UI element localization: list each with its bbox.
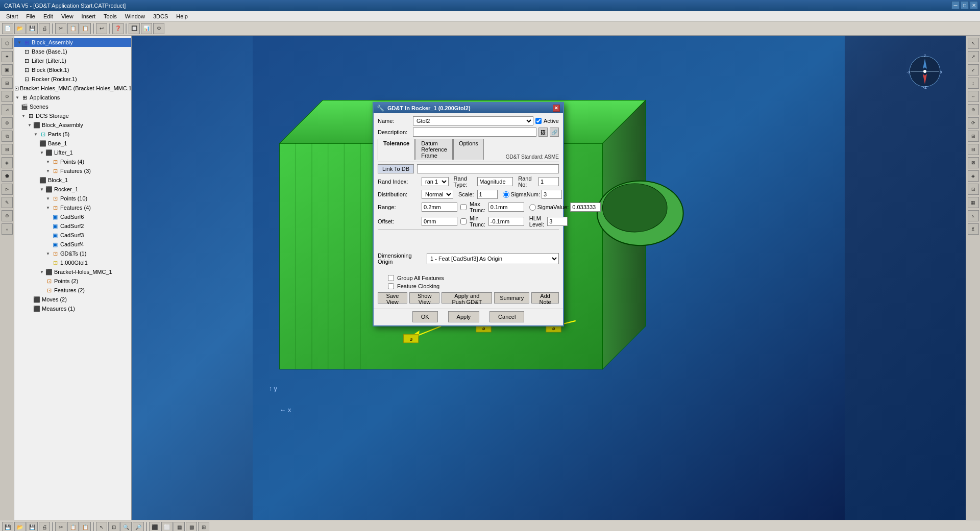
tree-item-gtol2[interactable]: ⊡ 1.000Gtol1 bbox=[14, 258, 131, 267]
tree-item-points10[interactable]: ▼ ⊡ Points (10) bbox=[14, 194, 131, 203]
expander-points10[interactable]: ▼ bbox=[45, 195, 51, 201]
tab-tolerance[interactable]: Tolerance bbox=[378, 139, 415, 160]
right-sidebar-icon-5[interactable]: ↔ bbox=[968, 91, 979, 102]
apply-button[interactable]: Apply bbox=[448, 311, 480, 322]
dialog-close-button[interactable]: ✕ bbox=[553, 105, 560, 112]
tree-item-cadsurf6[interactable]: ▣ CadSurf6 bbox=[14, 212, 131, 221]
menu-edit[interactable]: Edit bbox=[39, 12, 57, 20]
right-sidebar-icon-4[interactable]: ↕ bbox=[968, 78, 979, 89]
min-trunc-checkbox[interactable] bbox=[460, 218, 467, 224]
expander-features4[interactable]: ▼ bbox=[45, 205, 51, 211]
sidebar-icon-5[interactable]: ⊙ bbox=[2, 91, 13, 102]
expander-parts[interactable]: ▼ bbox=[33, 131, 39, 137]
rand-index-select[interactable]: ran 1 bbox=[422, 177, 449, 186]
bottom-btn-3[interactable]: 💾 bbox=[27, 522, 38, 532]
tree-item-cadsurf3[interactable]: ▣ CadSurf3 bbox=[14, 231, 131, 240]
max-trunc-checkbox[interactable] bbox=[460, 204, 467, 210]
expander-features3[interactable]: ▼ bbox=[45, 168, 51, 174]
expander-dcs-storage[interactable]: ▼ bbox=[20, 113, 27, 119]
bottom-btn-6[interactable]: 📋 bbox=[67, 522, 79, 532]
toolbar-new[interactable]: 📄 bbox=[2, 23, 13, 34]
bottom-btn-render3[interactable]: ▦ bbox=[174, 522, 185, 532]
rand-no-input[interactable] bbox=[538, 177, 559, 186]
right-sidebar-icon-2[interactable]: ↗ bbox=[968, 51, 979, 62]
menu-start[interactable]: Start bbox=[2, 12, 22, 20]
sigma-value-radio[interactable] bbox=[529, 204, 536, 211]
sidebar-icon-7[interactable]: ⊕ bbox=[2, 117, 13, 129]
maximize-button[interactable]: □ bbox=[961, 1, 969, 9]
toolbar-open[interactable]: 📂 bbox=[14, 23, 26, 34]
toolbar-paste[interactable]: 📋 bbox=[80, 23, 91, 34]
sidebar-icon-14[interactable]: ⊕ bbox=[2, 210, 13, 221]
offset-input[interactable] bbox=[422, 217, 457, 226]
tree-item-features4[interactable]: ▼ ⊡ Features (4) bbox=[14, 203, 131, 212]
sidebar-icon-3[interactable]: ▣ bbox=[2, 64, 13, 75]
menu-file[interactable]: File bbox=[22, 12, 39, 20]
tree-item-rocker1[interactable]: ▼ ⬛ Rocker_1 bbox=[14, 185, 131, 194]
tree-item-block1[interactable]: ⬛ Block_1 bbox=[14, 175, 131, 185]
right-sidebar-icon-10[interactable]: ⊠ bbox=[968, 157, 979, 168]
bottom-btn-zoom-fit[interactable]: ⊡ bbox=[108, 522, 119, 532]
toolbar-print[interactable]: 🖨 bbox=[39, 23, 50, 34]
save-view-button[interactable]: Save View bbox=[378, 292, 407, 304]
tree-item-block[interactable]: ⊡ Block (Block.1) bbox=[14, 65, 131, 74]
description-input[interactable] bbox=[413, 128, 536, 137]
apply-push-button[interactable]: Apply and Push GD&T bbox=[442, 292, 492, 304]
right-sidebar-icon-12[interactable]: ⊡ bbox=[968, 184, 979, 195]
max-trunc-input[interactable] bbox=[488, 203, 524, 212]
minimize-button[interactable]: ─ bbox=[951, 1, 960, 9]
ok-button[interactable]: OK bbox=[412, 311, 438, 322]
rand-type-input[interactable] bbox=[477, 177, 513, 186]
sidebar-icon-4[interactable]: ⊞ bbox=[2, 78, 13, 89]
bottom-btn-4[interactable]: 🖨 bbox=[39, 522, 50, 532]
sidebar-icon-12[interactable]: ⊳ bbox=[2, 184, 13, 195]
sigma-num-input[interactable] bbox=[542, 190, 562, 199]
toolbar-undo[interactable]: ↩ bbox=[96, 23, 107, 34]
right-sidebar-icon-13[interactable]: ▦ bbox=[968, 197, 979, 208]
sidebar-icon-15[interactable]: ⬦ bbox=[2, 223, 13, 235]
link-to-db-button[interactable]: Link To DB bbox=[378, 164, 414, 173]
show-view-button[interactable]: Show View bbox=[409, 292, 440, 304]
sidebar-icon-2[interactable]: ✦ bbox=[2, 51, 13, 62]
tree-item-parts[interactable]: ▼ ⊡ Parts (5) bbox=[14, 130, 131, 139]
right-sidebar-icon-6[interactable]: ⊕ bbox=[968, 104, 979, 115]
right-sidebar-icon-15[interactable]: ⊻ bbox=[968, 223, 979, 235]
sidebar-icon-1[interactable]: ⬡ bbox=[2, 38, 13, 49]
sidebar-icon-13[interactable]: ✎ bbox=[2, 197, 13, 208]
link-input[interactable] bbox=[417, 164, 559, 173]
tree-item-points2[interactable]: ⊡ Points (2) bbox=[14, 276, 131, 286]
summary-button[interactable]: Summary bbox=[494, 292, 529, 304]
sidebar-icon-11[interactable]: ⬟ bbox=[2, 170, 13, 182]
name-select[interactable]: Gtol2 bbox=[413, 116, 533, 125]
tree-item-applications[interactable]: ▼ ⊞ Applications bbox=[14, 93, 131, 102]
tree-item-base1[interactable]: ⬛ Base_1 bbox=[14, 139, 131, 148]
toolbar-measure[interactable]: 📊 bbox=[141, 23, 152, 34]
tree-item-measures[interactable]: ⬛ Measures (1) bbox=[14, 304, 131, 313]
desc-icon-btn1[interactable]: 🖼 bbox=[538, 128, 548, 137]
right-sidebar-icon-7[interactable]: ⟳ bbox=[968, 117, 979, 129]
tree-item-cadsurf2[interactable]: ▣ CadSurf2 bbox=[14, 221, 131, 231]
bottom-btn-render2[interactable]: ⬜ bbox=[161, 522, 173, 532]
feature-clocking-checkbox[interactable] bbox=[388, 283, 394, 289]
expander-block-assembly[interactable]: ▼ bbox=[16, 39, 22, 45]
menu-window[interactable]: Window bbox=[121, 12, 149, 20]
tree-item-bracket[interactable]: ⊡ Bracket-Holes_MMC (Bracket-Holes_MMC.1… bbox=[14, 84, 131, 93]
right-sidebar-icon-3[interactable]: ↙ bbox=[968, 64, 979, 75]
tree-item-cadsurf4[interactable]: ▣ CadSurf4 bbox=[14, 240, 131, 249]
tree-item-features2[interactable]: ⊡ Features (2) bbox=[14, 286, 131, 295]
right-sidebar-icon-14[interactable]: ⊾ bbox=[968, 210, 979, 221]
right-sidebar-icon-8[interactable]: ⊞ bbox=[968, 131, 979, 142]
sidebar-icon-8[interactable]: ⧉ bbox=[2, 131, 13, 142]
add-note-button[interactable]: Add Note bbox=[531, 292, 559, 304]
bottom-btn-zoom-in[interactable]: 🔍 bbox=[120, 522, 132, 532]
toolbar-help[interactable]: ❓ bbox=[112, 23, 124, 34]
menu-tools[interactable]: Tools bbox=[100, 12, 121, 20]
toolbar-save[interactable]: 💾 bbox=[27, 23, 38, 34]
tree-item-rocker[interactable]: ⊡ Rocker (Rocker.1) bbox=[14, 74, 131, 84]
tree-item-features3[interactable]: ▼ ⊡ Features (3) bbox=[14, 166, 131, 175]
expander-points4[interactable]: ▼ bbox=[45, 159, 51, 165]
right-sidebar-icon-1[interactable]: ↖ bbox=[968, 38, 979, 49]
range-input[interactable] bbox=[422, 203, 457, 212]
bottom-btn-zoom-out[interactable]: 🔎 bbox=[133, 522, 144, 532]
group-all-features-checkbox[interactable] bbox=[388, 275, 394, 281]
